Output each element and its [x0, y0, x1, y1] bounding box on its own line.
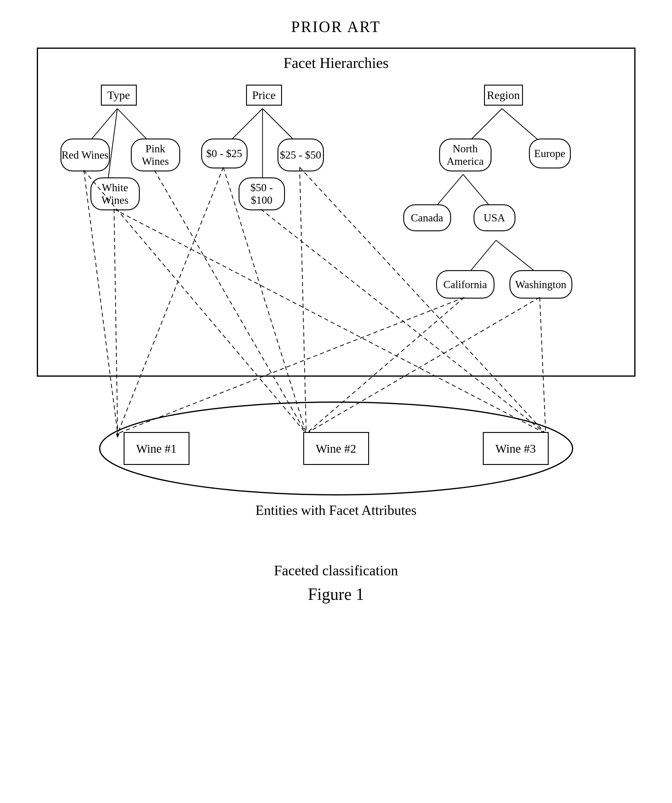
white-wines-node: White Wines: [90, 177, 140, 210]
diagram-box: Facet Hierarchies: [37, 47, 636, 377]
usa-node: USA: [473, 204, 516, 231]
europe-node: Europe: [529, 138, 571, 168]
washington-node: Washington: [509, 270, 572, 299]
wine-2-box: Wine #2: [303, 432, 369, 465]
wine-3-box: Wine #3: [483, 432, 549, 465]
entities-label: Entities with Facet Attributes: [37, 502, 636, 518]
ellipse-container: Wine #1 Wine #2 Wine #3: [97, 401, 576, 496]
pink-wines-node: Pink Wines: [131, 138, 180, 171]
figure-label: Figure 1: [0, 585, 672, 604]
region-node: Region: [484, 85, 523, 106]
type-node: Type: [101, 85, 137, 106]
caption-section: Faceted classification Figure 1: [0, 562, 672, 604]
faceted-classification-label: Faceted classification: [0, 562, 672, 579]
price-25-50-node: $25 - $50: [277, 138, 324, 171]
price-0-25-node: $0 - $25: [201, 138, 247, 168]
california-node: California: [436, 270, 495, 299]
facet-hierarchies-label: Facet Hierarchies: [38, 54, 634, 72]
svg-line-1: [108, 109, 117, 177]
price-node: Price: [246, 85, 282, 106]
red-wines-node: Red Wines: [60, 138, 110, 171]
bottom-section: Wine #1 Wine #2 Wine #3 Entities with Fa…: [37, 377, 636, 526]
north-america-node: North America: [439, 138, 491, 171]
canada-node: Canada: [403, 204, 451, 231]
wine-1-box: Wine #1: [124, 432, 189, 465]
price-50-100-node: $50 - $100: [239, 177, 285, 210]
page-title: PRIOR ART: [0, 18, 672, 36]
